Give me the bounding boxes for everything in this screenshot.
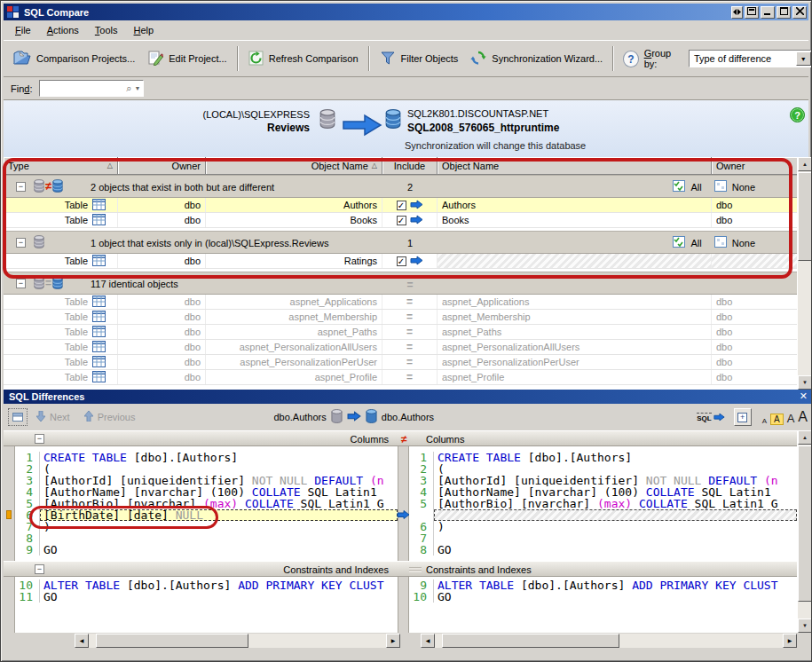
window-title: SQL Compare bbox=[24, 7, 89, 18]
grid-scroll-thumb[interactable] bbox=[798, 172, 812, 261]
include-checkbox[interactable]: ✓ bbox=[397, 201, 406, 210]
previous-difference-button[interactable]: Previous bbox=[79, 408, 141, 426]
table-row[interactable]: TabledboAuthors✓Authorsdbo bbox=[4, 198, 812, 213]
table-row[interactable]: TabledboBooks✓Booksdbo bbox=[4, 213, 812, 228]
group-by-select[interactable]: Type of difference ▼ bbox=[689, 50, 812, 67]
pane-layout-button[interactable] bbox=[8, 408, 28, 426]
chevron-down-icon[interactable]: ▼ bbox=[796, 51, 811, 66]
scroll-left-icon[interactable]: ◀ bbox=[421, 634, 435, 648]
code-line: 3[AuthorId] [uniqueidentifier] NOT NULL … bbox=[4, 475, 398, 486]
scroll-up-icon[interactable]: ▲ bbox=[798, 430, 812, 445]
right-hscroll-thumb[interactable] bbox=[442, 634, 619, 648]
undock-window-button[interactable] bbox=[745, 6, 759, 19]
edit-project-button[interactable]: Edit Project... bbox=[141, 47, 233, 71]
synchronization-wizard-button[interactable]: Synchronization Wizard... bbox=[464, 47, 609, 71]
code-line: 6[BirthDate] [date] NULL bbox=[4, 509, 398, 521]
font-size-large-button[interactable]: A bbox=[787, 412, 795, 425]
collapse-icon[interactable]: − bbox=[16, 182, 26, 192]
left-horizontal-scrollbar[interactable]: ◀ ▶ bbox=[75, 634, 400, 648]
column-header-type[interactable]: Type△ bbox=[4, 157, 118, 175]
close-button[interactable] bbox=[792, 6, 807, 19]
menu-tools[interactable]: Tools bbox=[87, 22, 126, 38]
filter-objects-label: Filter Objects bbox=[401, 53, 459, 64]
check-none-icon bbox=[714, 180, 727, 193]
maximize-button[interactable] bbox=[777, 6, 791, 19]
include-checkbox[interactable]: ✓ bbox=[397, 216, 406, 225]
font-size-xlarge-button[interactable]: A bbox=[798, 409, 808, 425]
minimize-button[interactable] bbox=[761, 6, 775, 19]
menu-actions[interactable]: Actions bbox=[39, 22, 87, 38]
next-difference-button[interactable]: Next bbox=[31, 408, 75, 426]
code-vertical-scrollbar[interactable]: ▲ ▼ bbox=[797, 430, 812, 633]
menu-file[interactable]: File bbox=[7, 22, 39, 38]
find-label: Find: bbox=[11, 83, 32, 94]
column-header-owner[interactable]: Owner bbox=[118, 157, 206, 175]
left-hscroll-thumb[interactable] bbox=[96, 634, 248, 648]
include-none-button[interactable]: None bbox=[711, 179, 759, 194]
scroll-right-icon[interactable]: ▶ bbox=[783, 634, 797, 648]
panel-close-icon[interactable]: ✕ bbox=[800, 390, 808, 402]
code-line: 3[AuthorId] [uniqueidentifier] NOT NULL … bbox=[409, 475, 797, 486]
code-line: 6) bbox=[409, 521, 797, 532]
table-row[interactable]: Tabledboaspnet_Membership=aspnet_Members… bbox=[4, 310, 812, 325]
group-by-label: Group by: bbox=[644, 48, 683, 69]
help-green-icon[interactable]: ? bbox=[790, 107, 805, 122]
table-row[interactable]: Tabledboaspnet_Paths=aspnet_Pathsdbo bbox=[4, 325, 812, 340]
scroll-left-icon[interactable]: ◀ bbox=[75, 634, 89, 648]
title-bar[interactable]: SQL Compare bbox=[4, 4, 808, 20]
font-size-normal-button[interactable]: A bbox=[770, 414, 784, 425]
include-checkbox[interactable]: ✓ bbox=[397, 256, 406, 266]
grid-vertical-scrollbar[interactable]: ▲ ▼ bbox=[797, 157, 812, 390]
column-header-object-name[interactable]: Object Name△ bbox=[206, 157, 382, 175]
table-row[interactable]: Tabledboaspnet_Profile=aspnet_Profiledbo bbox=[4, 370, 812, 385]
find-input[interactable]: ⌕ ▼ bbox=[39, 80, 144, 97]
right-horizontal-scrollbar[interactable]: ◀ ▶ bbox=[421, 634, 797, 648]
columns-label-right: Columns bbox=[426, 434, 464, 445]
group-row[interactable]: −1 object that exists only in (local)\SQ… bbox=[4, 231, 812, 254]
code-line: 9GO bbox=[4, 544, 398, 556]
scroll-up-icon[interactable]: ▲ bbox=[798, 157, 812, 171]
right-columns-code[interactable]: 1CREATE TABLE [dbo].[Authors]2(3[AuthorI… bbox=[409, 446, 797, 561]
table-row[interactable]: Tabledboaspnet_Applications=aspnet_Appli… bbox=[4, 295, 812, 310]
left-columns-code[interactable]: 1CREATE TABLE [dbo].[Authors]2(3[AuthorI… bbox=[4, 446, 398, 561]
collapse-icon[interactable]: − bbox=[16, 238, 26, 248]
expand-all-button[interactable]: + bbox=[734, 408, 752, 426]
group-row[interactable]: −=117 identical objects= bbox=[4, 272, 812, 295]
table-row[interactable]: Tabledboaspnet_PersonalizationPerUser=as… bbox=[4, 355, 812, 370]
scroll-right-icon[interactable]: ▶ bbox=[386, 634, 400, 648]
group-actions: AllNone bbox=[669, 235, 759, 250]
cell-include: = bbox=[382, 355, 438, 369]
right-database: SQL2008_576065_httpruntime bbox=[407, 121, 559, 135]
column-header-object-name-right[interactable]: Object Name bbox=[438, 157, 712, 175]
include-none-button[interactable]: None bbox=[711, 235, 759, 250]
cell-object-name: aspnet_Applications bbox=[206, 295, 382, 309]
table-row[interactable]: TabledboRatings✓ bbox=[4, 254, 812, 269]
scroll-down-icon[interactable]: ▼ bbox=[798, 375, 812, 390]
menu-help[interactable]: Help bbox=[126, 22, 162, 38]
cell-object-name-right: Books bbox=[438, 213, 712, 227]
dock-arrows-button[interactable] bbox=[731, 6, 743, 19]
column-header-include[interactable]: Include bbox=[382, 157, 438, 175]
include-all-button[interactable]: All bbox=[669, 179, 705, 194]
comparison-projects-button[interactable]: Comparison Projects... bbox=[7, 47, 141, 71]
refresh-comparison-button[interactable]: Refresh Comparison bbox=[242, 47, 365, 71]
table-row[interactable]: Tabledboaspnet_PersonalizationAllUsers=a… bbox=[4, 340, 812, 355]
cell-object-name-right: aspnet_Profile bbox=[438, 370, 712, 384]
include-all-button[interactable]: All bbox=[669, 235, 705, 250]
help-icon[interactable]: ? bbox=[623, 51, 639, 67]
database-icon-blue bbox=[366, 409, 377, 425]
identical-icon: = bbox=[34, 276, 63, 289]
right-constraints-code[interactable]: 9ALTER TABLE [dbo].[Authors] ADD PRIMARY… bbox=[409, 577, 797, 633]
left-constraints-code[interactable]: 10ALTER TABLE [dbo].[Authors] ADD PRIMAR… bbox=[4, 577, 398, 633]
filter-objects-button[interactable]: Filter Objects bbox=[374, 47, 465, 71]
sync-warning-text: Synchronization will change this databas… bbox=[405, 140, 586, 151]
line-sync-arrow-icon[interactable] bbox=[397, 509, 410, 522]
font-size-small-button[interactable]: A bbox=[762, 417, 767, 425]
sql-script-icon: SQL bbox=[697, 413, 724, 422]
group-row[interactable]: −≠2 objects that exist in both but are d… bbox=[4, 175, 812, 198]
collapse-icon[interactable]: − bbox=[16, 279, 26, 288]
code-text: ALTER TABLE [dbo].[Authors] ADD PRIMARY … bbox=[40, 579, 398, 591]
find-dropdown-icon[interactable]: ▼ bbox=[135, 83, 141, 94]
code-scroll-thumb[interactable] bbox=[798, 445, 812, 602]
scroll-down-icon[interactable]: ▼ bbox=[798, 619, 812, 633]
